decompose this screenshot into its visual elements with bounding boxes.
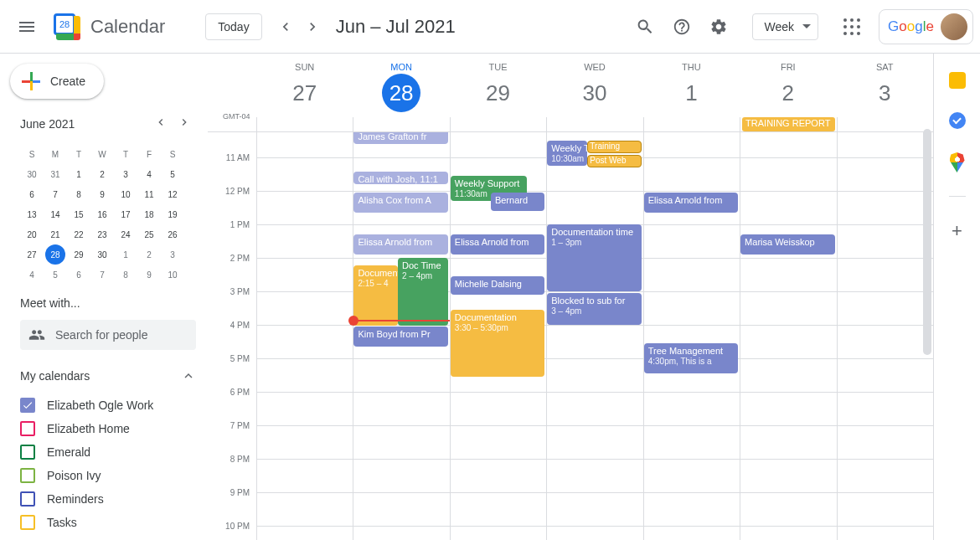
help-icon[interactable] bbox=[665, 10, 699, 44]
calendar-item[interactable]: Elizabeth Ogle Work bbox=[20, 393, 196, 417]
mini-cal-day[interactable]: 10 bbox=[114, 184, 137, 204]
mini-cal-next[interactable] bbox=[174, 112, 194, 136]
event[interactable]: Elissa Arnold from bbox=[353, 234, 447, 255]
event[interactable]: Weekly T10:30am bbox=[547, 141, 587, 166]
mini-cal-day[interactable]: 1 bbox=[67, 164, 90, 184]
event[interactable]: Alisha Cox from A bbox=[353, 193, 447, 213]
tasks-icon[interactable] bbox=[949, 112, 966, 129]
prev-week-button[interactable] bbox=[272, 13, 299, 40]
calendar-item[interactable]: Elizabeth Home bbox=[20, 417, 196, 440]
mini-cal-day[interactable]: 5 bbox=[161, 164, 184, 184]
event[interactable]: Documentation2:15 – 4 bbox=[353, 265, 398, 326]
calendar-item[interactable]: Reminders bbox=[20, 487, 196, 511]
event[interactable]: Elissa Arnold from bbox=[451, 234, 544, 255]
day-header[interactable]: TUE29 bbox=[450, 54, 546, 117]
day-header[interactable]: THU1 bbox=[643, 54, 740, 117]
time-grid[interactable]: 11 AM12 PM1 PM2 PM3 PM4 PM5 PM6 PM7 PM8 … bbox=[208, 132, 933, 540]
search-icon[interactable] bbox=[628, 10, 662, 44]
mini-cal-day[interactable]: 19 bbox=[161, 204, 184, 224]
mini-cal-day[interactable]: 18 bbox=[137, 204, 161, 224]
mini-cal-day[interactable]: 4 bbox=[20, 265, 44, 285]
mini-cal-day[interactable]: 10 bbox=[161, 265, 184, 285]
calendar-checkbox[interactable] bbox=[20, 468, 35, 483]
create-button[interactable]: Create bbox=[10, 64, 104, 99]
event[interactable]: Doc Time2 – 4pm bbox=[398, 258, 448, 326]
mini-cal-day[interactable]: 4 bbox=[137, 164, 161, 184]
mini-cal-prev[interactable] bbox=[151, 112, 171, 136]
allday-event[interactable]: TRAINING REPORT bbox=[742, 117, 834, 131]
keep-icon[interactable] bbox=[949, 72, 966, 89]
mini-cal-day[interactable]: 23 bbox=[90, 224, 114, 244]
view-selector[interactable]: Week bbox=[752, 13, 819, 40]
mini-cal-day[interactable]: 25 bbox=[137, 224, 161, 244]
mini-cal-day[interactable]: 31 bbox=[44, 164, 67, 184]
event[interactable]: James Grafton fr bbox=[353, 132, 447, 144]
event[interactable]: Marisa Weisskop bbox=[740, 234, 834, 255]
mini-cal-day[interactable]: 24 bbox=[114, 224, 137, 244]
day-header[interactable]: MON28 bbox=[353, 54, 449, 117]
col-sat[interactable] bbox=[837, 132, 933, 540]
mini-cal-day[interactable]: 1 bbox=[114, 244, 137, 265]
col-thu[interactable]: Elissa Arnold from Tree Management4:30pm… bbox=[643, 132, 740, 540]
calendar-checkbox[interactable] bbox=[20, 491, 35, 507]
mini-cal-day[interactable]: 9 bbox=[90, 184, 114, 204]
mini-cal-day[interactable]: 6 bbox=[20, 184, 44, 204]
calendar-item[interactable]: Emerald bbox=[20, 440, 196, 464]
add-addon-button[interactable]: + bbox=[952, 220, 962, 242]
event[interactable]: Tree Management4:30pm, This is a bbox=[644, 343, 738, 373]
google-apps-icon[interactable] bbox=[835, 10, 869, 44]
mini-cal-day[interactable]: 17 bbox=[114, 204, 137, 224]
day-header[interactable]: WED30 bbox=[546, 54, 642, 117]
day-header[interactable]: FRI2 bbox=[740, 54, 836, 117]
main-menu-icon[interactable] bbox=[7, 7, 47, 47]
col-mon[interactable]: James Grafton fr Call with Josh, 11:1 Al… bbox=[353, 132, 449, 540]
event[interactable]: Michelle Dalsing bbox=[451, 276, 544, 295]
col-fri[interactable]: Marisa Weisskop bbox=[740, 132, 836, 540]
mini-cal-day[interactable]: 26 bbox=[161, 224, 184, 244]
mini-cal-day[interactable]: 8 bbox=[114, 265, 137, 285]
event[interactable]: Documentation time1 – 3pm bbox=[547, 224, 641, 291]
event[interactable]: Kim Boyd from Pr bbox=[353, 327, 447, 347]
calendar-item[interactable]: Poison Ivy bbox=[20, 464, 196, 487]
mini-cal-day[interactable]: 28 bbox=[45, 244, 65, 265]
mini-cal-day[interactable]: 30 bbox=[90, 244, 114, 265]
mini-cal-day[interactable]: 2 bbox=[90, 164, 114, 184]
mini-cal-day[interactable]: 21 bbox=[44, 224, 67, 244]
next-week-button[interactable] bbox=[299, 13, 326, 40]
mini-cal-day[interactable]: 9 bbox=[137, 265, 161, 285]
mini-cal-day[interactable]: 8 bbox=[67, 184, 90, 204]
calendar-checkbox[interactable] bbox=[20, 421, 35, 436]
mini-cal-day[interactable]: 20 bbox=[20, 224, 44, 244]
col-wed[interactable]: Weekly T10:30am Training Post Web Docume… bbox=[546, 132, 642, 540]
mini-cal-day[interactable]: 30 bbox=[20, 164, 44, 184]
calendar-checkbox[interactable] bbox=[20, 398, 35, 413]
event[interactable]: Post Web bbox=[587, 155, 641, 167]
my-calendars-toggle[interactable]: My calendars bbox=[20, 368, 196, 383]
calendar-checkbox[interactable] bbox=[20, 515, 35, 530]
google-account[interactable]: Google bbox=[879, 9, 973, 44]
settings-icon[interactable] bbox=[702, 10, 735, 44]
day-header[interactable]: SUN27 bbox=[256, 54, 353, 117]
maps-icon[interactable] bbox=[950, 152, 965, 172]
mini-cal-day[interactable]: 13 bbox=[20, 204, 44, 224]
event[interactable]: Training bbox=[587, 141, 641, 153]
search-people-input[interactable]: Search for people bbox=[20, 320, 196, 350]
mini-cal-day[interactable]: 12 bbox=[161, 184, 184, 204]
calendar-item[interactable]: Tasks bbox=[20, 511, 196, 534]
event[interactable]: Bernard bbox=[491, 193, 544, 211]
col-sun[interactable] bbox=[256, 132, 353, 540]
col-tue[interactable]: Weekly Support11:30am Bernard Elissa Arn… bbox=[450, 132, 546, 540]
mini-cal-day[interactable]: 7 bbox=[44, 184, 67, 204]
mini-cal-day[interactable]: 16 bbox=[90, 204, 114, 224]
mini-cal-day[interactable]: 3 bbox=[114, 164, 137, 184]
mini-cal-day[interactable]: 5 bbox=[44, 265, 67, 285]
mini-cal-day[interactable]: 2 bbox=[137, 244, 161, 265]
mini-cal-day[interactable]: 15 bbox=[67, 204, 90, 224]
mini-cal-day[interactable]: 29 bbox=[67, 244, 90, 265]
day-header[interactable]: SAT3 bbox=[837, 54, 933, 117]
mini-cal-day[interactable]: 6 bbox=[67, 265, 90, 285]
scrollbar[interactable] bbox=[923, 129, 931, 355]
event[interactable]: Call with Josh, 11:1 bbox=[353, 172, 447, 184]
mini-cal-day[interactable]: 14 bbox=[44, 204, 67, 224]
today-button[interactable]: Today bbox=[205, 13, 261, 40]
